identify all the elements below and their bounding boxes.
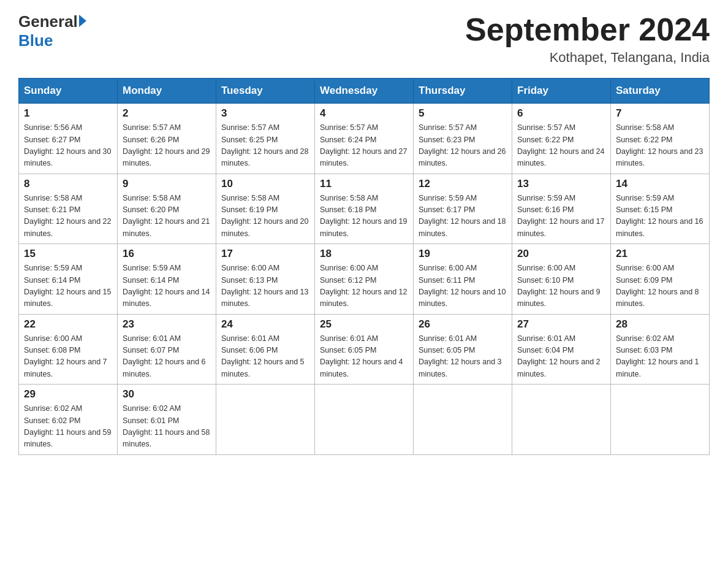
day-info: Sunrise: 6:01 AMSunset: 6:06 PMDaylight:… — [221, 333, 309, 381]
page-header: General Blue September 2024 Kothapet, Te… — [18, 12, 710, 66]
calendar-cell — [414, 385, 512, 455]
calendar-cell: 29Sunrise: 6:02 AMSunset: 6:02 PMDayligh… — [19, 385, 118, 455]
calendar-cell: 6Sunrise: 5:57 AMSunset: 6:22 PMDaylight… — [512, 104, 611, 174]
calendar-cell: 20Sunrise: 6:00 AMSunset: 6:10 PMDayligh… — [512, 244, 611, 315]
calendar-cell: 28Sunrise: 6:02 AMSunset: 6:03 PMDayligh… — [611, 314, 710, 385]
title-area: September 2024 Kothapet, Telangana, Indi… — [465, 12, 710, 66]
day-number: 3 — [221, 107, 309, 120]
weekday-header-monday: Monday — [118, 79, 216, 104]
calendar-cell: 25Sunrise: 6:01 AMSunset: 6:05 PMDayligh… — [315, 314, 414, 385]
calendar-cell: 16Sunrise: 5:59 AMSunset: 6:14 PMDayligh… — [118, 244, 216, 315]
calendar-cell: 4Sunrise: 5:57 AMSunset: 6:24 PMDaylight… — [315, 104, 414, 174]
day-number: 11 — [320, 178, 408, 190]
day-info: Sunrise: 6:00 AMSunset: 6:10 PMDaylight:… — [517, 262, 605, 310]
day-info: Sunrise: 5:59 AMSunset: 6:14 PMDaylight:… — [123, 262, 211, 310]
calendar-cell: 17Sunrise: 6:00 AMSunset: 6:13 PMDayligh… — [216, 244, 315, 315]
calendar-cell: 15Sunrise: 5:59 AMSunset: 6:14 PMDayligh… — [19, 244, 118, 315]
weekday-header-thursday: Thursday — [414, 79, 512, 104]
day-number: 18 — [320, 248, 408, 260]
day-info: Sunrise: 6:00 AMSunset: 6:08 PMDaylight:… — [24, 333, 112, 381]
day-number: 1 — [24, 107, 112, 120]
calendar-cell: 30Sunrise: 6:02 AMSunset: 6:01 PMDayligh… — [118, 385, 216, 455]
calendar-cell: 21Sunrise: 6:00 AMSunset: 6:09 PMDayligh… — [611, 244, 710, 315]
day-info: Sunrise: 6:02 AMSunset: 6:02 PMDaylight:… — [24, 403, 112, 451]
calendar-week-row: 1Sunrise: 5:56 AMSunset: 6:27 PMDaylight… — [19, 104, 710, 174]
calendar-table: SundayMondayTuesdayWednesdayThursdayFrid… — [18, 78, 710, 455]
day-info: Sunrise: 5:59 AMSunset: 6:15 PMDaylight:… — [616, 193, 704, 240]
day-info: Sunrise: 5:59 AMSunset: 6:14 PMDaylight:… — [24, 262, 112, 310]
calendar-cell: 8Sunrise: 5:58 AMSunset: 6:21 PMDaylight… — [19, 174, 118, 244]
calendar-cell: 7Sunrise: 5:58 AMSunset: 6:22 PMDaylight… — [611, 104, 710, 174]
weekday-header-sunday: Sunday — [19, 79, 118, 104]
logo-arrow-icon — [79, 15, 86, 27]
day-number: 28 — [616, 318, 704, 331]
weekday-header-tuesday: Tuesday — [216, 79, 315, 104]
calendar-cell: 18Sunrise: 6:00 AMSunset: 6:12 PMDayligh… — [315, 244, 414, 315]
day-number: 8 — [24, 178, 112, 190]
calendar-week-row: 22Sunrise: 6:00 AMSunset: 6:08 PMDayligh… — [19, 314, 710, 385]
day-number: 16 — [123, 248, 211, 260]
day-info: Sunrise: 5:58 AMSunset: 6:21 PMDaylight:… — [24, 193, 112, 240]
day-number: 10 — [221, 178, 309, 190]
day-number: 6 — [517, 107, 605, 120]
day-number: 14 — [616, 178, 704, 190]
day-info: Sunrise: 5:56 AMSunset: 6:27 PMDaylight:… — [24, 122, 112, 170]
day-number: 7 — [616, 107, 704, 120]
calendar-cell: 19Sunrise: 6:00 AMSunset: 6:11 PMDayligh… — [414, 244, 512, 315]
calendar-cell — [611, 385, 710, 455]
calendar-cell: 2Sunrise: 5:57 AMSunset: 6:26 PMDaylight… — [118, 104, 216, 174]
logo-general: General — [18, 12, 78, 31]
day-info: Sunrise: 6:01 AMSunset: 6:04 PMDaylight:… — [517, 333, 605, 381]
day-info: Sunrise: 5:57 AMSunset: 6:25 PMDaylight:… — [221, 122, 309, 170]
day-number: 29 — [24, 388, 112, 400]
day-number: 13 — [517, 178, 605, 190]
calendar-cell — [216, 385, 315, 455]
day-number: 15 — [24, 248, 112, 260]
day-number: 12 — [419, 178, 507, 190]
calendar-cell: 22Sunrise: 6:00 AMSunset: 6:08 PMDayligh… — [19, 314, 118, 385]
day-info: Sunrise: 6:00 AMSunset: 6:13 PMDaylight:… — [221, 262, 309, 310]
calendar-cell: 26Sunrise: 6:01 AMSunset: 6:05 PMDayligh… — [414, 314, 512, 385]
day-number: 30 — [123, 388, 211, 400]
calendar-subtitle: Kothapet, Telangana, India — [465, 50, 710, 66]
calendar-cell: 10Sunrise: 5:58 AMSunset: 6:19 PMDayligh… — [216, 174, 315, 244]
calendar-week-row: 8Sunrise: 5:58 AMSunset: 6:21 PMDaylight… — [19, 174, 710, 244]
day-info: Sunrise: 5:59 AMSunset: 6:17 PMDaylight:… — [419, 193, 507, 240]
day-number: 24 — [221, 318, 309, 331]
day-number: 19 — [419, 248, 507, 260]
day-info: Sunrise: 5:59 AMSunset: 6:16 PMDaylight:… — [517, 193, 605, 240]
day-info: Sunrise: 5:57 AMSunset: 6:22 PMDaylight:… — [517, 122, 605, 170]
day-info: Sunrise: 6:02 AMSunset: 6:01 PMDaylight:… — [123, 403, 211, 451]
calendar-title: September 2024 — [465, 12, 710, 47]
calendar-cell: 23Sunrise: 6:01 AMSunset: 6:07 PMDayligh… — [118, 314, 216, 385]
logo-blue: Blue — [18, 31, 53, 50]
weekday-header-row: SundayMondayTuesdayWednesdayThursdayFrid… — [19, 79, 710, 104]
day-info: Sunrise: 5:58 AMSunset: 6:18 PMDaylight:… — [320, 193, 408, 240]
calendar-cell — [315, 385, 414, 455]
calendar-cell: 1Sunrise: 5:56 AMSunset: 6:27 PMDaylight… — [19, 104, 118, 174]
day-info: Sunrise: 5:57 AMSunset: 6:24 PMDaylight:… — [320, 122, 408, 170]
day-info: Sunrise: 6:00 AMSunset: 6:09 PMDaylight:… — [616, 262, 704, 310]
day-number: 27 — [517, 318, 605, 331]
day-number: 9 — [123, 178, 211, 190]
day-number: 20 — [517, 248, 605, 260]
day-info: Sunrise: 5:58 AMSunset: 6:20 PMDaylight:… — [123, 193, 211, 240]
day-number: 4 — [320, 107, 408, 120]
calendar-cell: 3Sunrise: 5:57 AMSunset: 6:25 PMDaylight… — [216, 104, 315, 174]
calendar-cell: 27Sunrise: 6:01 AMSunset: 6:04 PMDayligh… — [512, 314, 611, 385]
calendar-week-row: 29Sunrise: 6:02 AMSunset: 6:02 PMDayligh… — [19, 385, 710, 455]
calendar-cell: 12Sunrise: 5:59 AMSunset: 6:17 PMDayligh… — [414, 174, 512, 244]
weekday-header-saturday: Saturday — [611, 79, 710, 104]
calendar-cell — [512, 385, 611, 455]
day-number: 23 — [123, 318, 211, 331]
day-number: 21 — [616, 248, 704, 260]
day-info: Sunrise: 6:01 AMSunset: 6:07 PMDaylight:… — [123, 333, 211, 381]
calendar-cell: 14Sunrise: 5:59 AMSunset: 6:15 PMDayligh… — [611, 174, 710, 244]
day-info: Sunrise: 6:00 AMSunset: 6:11 PMDaylight:… — [419, 262, 507, 310]
day-number: 17 — [221, 248, 309, 260]
day-info: Sunrise: 6:01 AMSunset: 6:05 PMDaylight:… — [419, 333, 507, 381]
calendar-cell: 13Sunrise: 5:59 AMSunset: 6:16 PMDayligh… — [512, 174, 611, 244]
calendar-week-row: 15Sunrise: 5:59 AMSunset: 6:14 PMDayligh… — [19, 244, 710, 315]
weekday-header-wednesday: Wednesday — [315, 79, 414, 104]
day-info: Sunrise: 6:00 AMSunset: 6:12 PMDaylight:… — [320, 262, 408, 310]
